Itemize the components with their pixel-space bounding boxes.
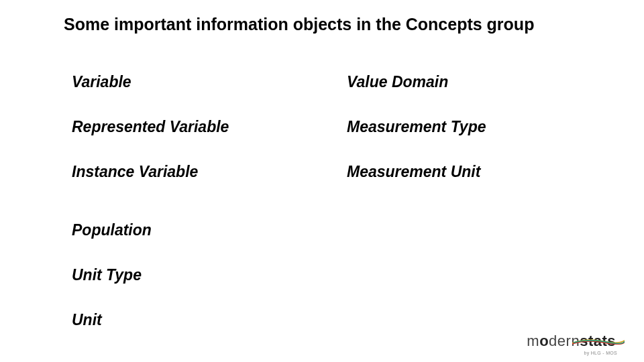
- concept-instance-variable: Instance Variable: [72, 163, 340, 181]
- logo-subtext: by HLG - MOS: [584, 351, 618, 355]
- concept-represented-variable: Represented Variable: [72, 118, 340, 136]
- logo-o: o: [539, 333, 549, 349]
- logo-m: m: [527, 333, 539, 349]
- concept-measurement-type: Measurement Type: [347, 118, 615, 136]
- slide: Some important information objects in th…: [0, 0, 644, 362]
- logo-wrap: modernstats by HLG - MOS: [527, 333, 616, 350]
- concept-population: Population: [72, 221, 644, 239]
- concept-unit-type: Unit Type: [72, 266, 644, 284]
- concepts-list: Population Unit Type Unit: [64, 221, 644, 329]
- concept-unit: Unit: [72, 311, 644, 329]
- concept-variable: Variable: [72, 73, 340, 91]
- concept-measurement-unit: Measurement Unit: [347, 163, 615, 181]
- modernstats-logo: modernstats by HLG - MOS: [527, 333, 616, 350]
- slide-title: Some important information objects in th…: [64, 15, 644, 34]
- logo-swoosh-icon: [572, 339, 625, 345]
- concepts-grid: Variable Value Domain Represented Variab…: [64, 73, 644, 181]
- concept-value-domain: Value Domain: [347, 73, 615, 91]
